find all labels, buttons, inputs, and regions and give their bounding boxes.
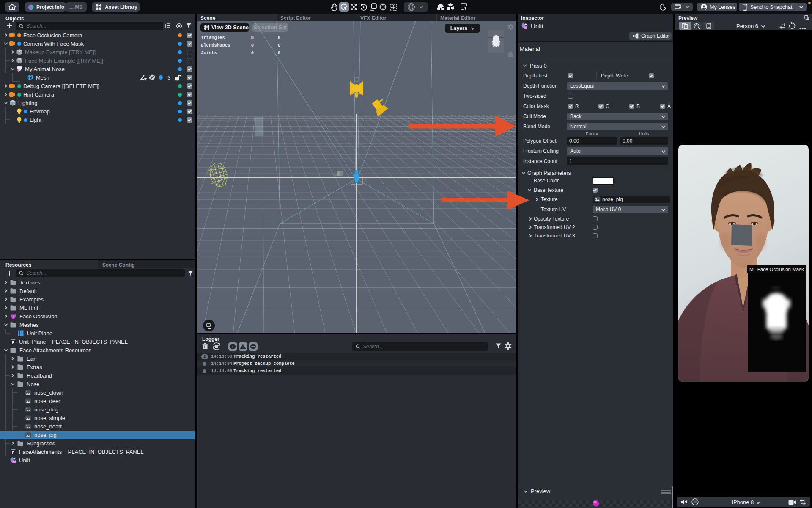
svg-text:P: P [12,340,14,345]
svg-text:ML Face Occlusion Mask: ML Face Occlusion Mask [749,267,804,272]
svg-text:P: P [12,450,14,455]
